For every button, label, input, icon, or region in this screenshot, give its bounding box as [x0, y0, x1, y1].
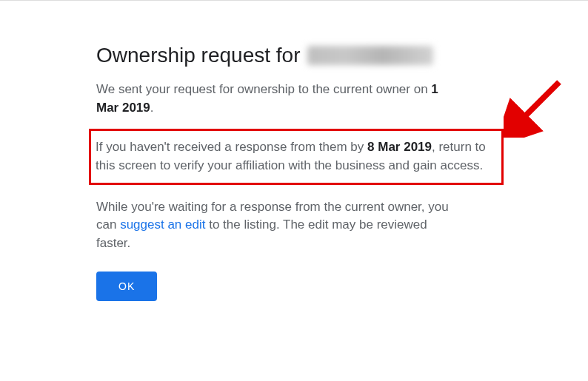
- deadline-text-before: If you haven't received a response from …: [96, 140, 367, 154]
- suggest-edit-link[interactable]: suggest an edit: [120, 218, 205, 232]
- annotation-arrow-icon: [504, 71, 570, 138]
- highlight-box: If you haven't received a response from …: [89, 129, 504, 184]
- svg-line-1: [518, 82, 559, 123]
- page-title: Ownership request for: [96, 44, 459, 67]
- sent-text-after: .: [150, 101, 154, 115]
- heading-prefix: Ownership request for: [96, 44, 300, 67]
- ok-button[interactable]: OK: [96, 272, 157, 301]
- deadline-date: 8 Mar 2019: [367, 140, 432, 154]
- business-name-redacted: [307, 46, 433, 65]
- sent-text-before: We sent your request for ownership to th…: [96, 82, 431, 96]
- sent-paragraph: We sent your request for ownership to th…: [96, 81, 452, 117]
- waiting-paragraph: While you're waiting for a response from…: [96, 198, 452, 253]
- deadline-paragraph: If you haven't received a response from …: [96, 138, 494, 175]
- ownership-request-panel: Ownership request for We sent your reque…: [0, 1, 459, 301]
